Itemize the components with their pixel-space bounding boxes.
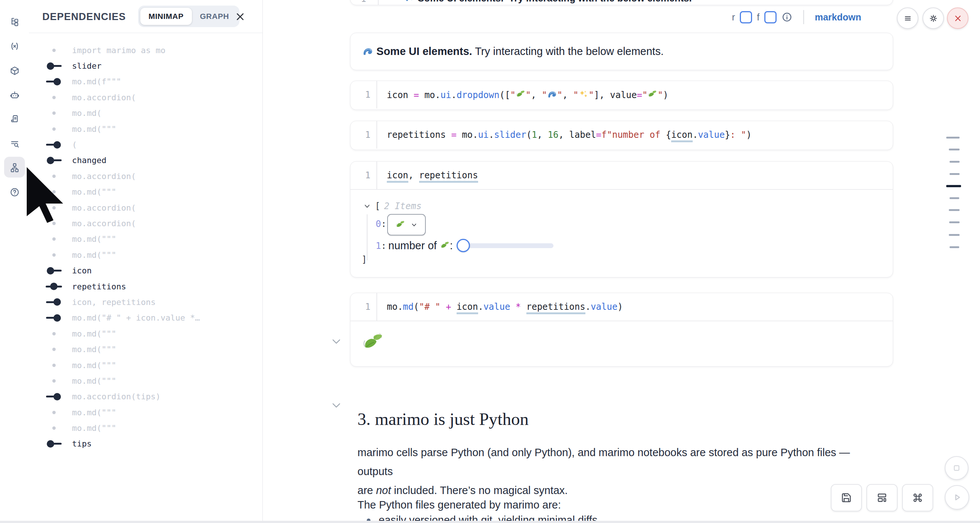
wave-icon	[405, 0, 415, 3]
scroll-map-line[interactable]	[950, 161, 959, 163]
minimap-item[interactable]: mo.accordion(	[29, 168, 262, 184]
scroll-map-line[interactable]	[949, 209, 959, 211]
scroll-map-line[interactable]	[946, 137, 959, 139]
reactive-checkbox[interactable]	[740, 11, 752, 23]
rail-variables-button[interactable]	[4, 36, 25, 56]
minimap-item[interactable]: (	[29, 137, 262, 152]
scroll-map-line[interactable]	[950, 173, 959, 175]
shutdown-button[interactable]	[947, 8, 969, 29]
cell-node-icon	[39, 128, 68, 131]
collapse-list-icon[interactable]	[363, 202, 371, 210]
markdown-mode-button[interactable]: markdown	[815, 12, 861, 23]
markdown-output: Some UI elements. Try interacting with t…	[350, 33, 893, 70]
minimap-item-label: mo.md("""	[72, 345, 116, 354]
clipped-top-cell[interactable]: 1 Some UI elements. Try interacting with…	[350, 0, 893, 5]
minimap-item[interactable]: mo.md(f"""	[29, 74, 262, 89]
settings-button[interactable]	[923, 8, 944, 29]
cell-node-icon	[39, 49, 68, 52]
rail-package-button[interactable]	[4, 60, 25, 81]
stop-button[interactable]	[945, 456, 969, 480]
code-editor[interactable]: icon = mo.ui.dropdown(["", "", ""], valu…	[377, 89, 668, 100]
minimap-item[interactable]: icon	[29, 263, 262, 278]
minimap-item-label: icon, repetitions	[72, 298, 156, 307]
minimap-item[interactable]: changed	[29, 153, 262, 168]
minimap-item[interactable]: mo.md("""	[29, 341, 262, 357]
minimap-item[interactable]: mo.md("""	[29, 184, 262, 200]
file-tree-icon	[10, 17, 20, 27]
tab-graph[interactable]: GRAPH	[192, 8, 237, 25]
minimap-item[interactable]: import marimo as mo	[29, 42, 262, 58]
cell-node-icon	[39, 332, 68, 335]
heading-output	[350, 321, 893, 366]
info-icon[interactable]	[781, 11, 792, 23]
close-icon	[953, 13, 963, 23]
rail-bot-button[interactable]	[4, 85, 25, 105]
minimap-item[interactable]: mo.md("""	[29, 373, 262, 389]
minimap-item-label: slider	[72, 61, 101, 70]
minimap-item[interactable]: mo.md("# " + icon.value *…	[29, 310, 262, 326]
cell-node-icon	[39, 96, 68, 99]
rail-script-button[interactable]	[4, 108, 25, 129]
dependency-graph-icon	[10, 162, 20, 172]
code-cell-tuple: 1 icon, repetitions [ 2 Items 0: 1: numb…	[350, 161, 893, 277]
minimap-item[interactable]: mo.accordion(tips)	[29, 389, 262, 405]
code-editor[interactable]: mo.md("# " + icon.value * repetitions.va…	[377, 301, 623, 312]
cell-node-icon	[39, 206, 68, 209]
format-checkbox[interactable]	[764, 11, 776, 23]
cell-node-icon	[39, 364, 68, 367]
slider-track[interactable]	[457, 243, 554, 248]
menu-button[interactable]	[897, 8, 918, 29]
minimap-item-label: mo.md("# " + icon.value *…	[72, 313, 200, 322]
minimap-item[interactable]: mo.md("""	[29, 405, 262, 420]
minimap-item[interactable]: repetitions	[29, 279, 262, 294]
reactive-toggle-label: r	[732, 12, 735, 23]
scroll-map-line[interactable]	[950, 197, 959, 199]
gutter-divider	[378, 0, 379, 5]
code-editor[interactable]: repetitions = mo.ui.slider(1, 16, label=…	[377, 130, 752, 140]
slider-knob[interactable]	[457, 239, 470, 252]
minimap-item[interactable]: mo.accordion(	[29, 89, 262, 105]
run-button[interactable]	[945, 485, 969, 510]
markdown-cell[interactable]: Some UI elements. Try interacting with t…	[350, 33, 893, 70]
minimap-item[interactable]: mo.md("""	[29, 247, 262, 263]
section-paragraph: marimo cells parse Python (and only Pyth…	[358, 443, 885, 500]
rail-help-button[interactable]	[4, 182, 25, 203]
scroll-map-line[interactable]	[949, 148, 959, 150]
scroll-map-line[interactable]	[950, 246, 959, 248]
minimap-item[interactable]: icon, repetitions	[29, 294, 262, 310]
layout-button[interactable]	[866, 484, 897, 512]
minimap-item[interactable]: mo.md("""	[29, 357, 262, 373]
scroll-map-line[interactable]	[949, 222, 959, 223]
play-icon	[951, 491, 963, 503]
minimap-item[interactable]: mo.md(	[29, 105, 262, 121]
command-palette-button[interactable]	[902, 484, 933, 512]
package-icon	[10, 66, 20, 76]
icon-dropdown[interactable]	[387, 214, 426, 236]
minimap-item[interactable]: mo.accordion(	[29, 200, 262, 215]
minimap-item[interactable]: tips	[29, 436, 262, 452]
panel-close-button[interactable]	[234, 10, 247, 23]
scroll-map-line-active[interactable]	[946, 185, 961, 187]
rail-search-list-button[interactable]	[4, 133, 25, 154]
scroll-map-line[interactable]	[949, 234, 959, 236]
cell-node-icon	[39, 222, 68, 225]
minimap-item[interactable]: slider	[29, 58, 262, 73]
activity-rail	[0, 0, 29, 523]
minimap-item-label: icon	[72, 266, 92, 275]
minimap-item[interactable]: mo.accordion(	[29, 215, 262, 231]
minimap-item[interactable]: mo.md("""	[29, 420, 262, 436]
rail-file-tree-button[interactable]	[4, 11, 25, 32]
collapse-cell-icon[interactable]	[332, 339, 341, 345]
minimap-item[interactable]: mo.md("""	[29, 326, 262, 341]
code-editor[interactable]: icon, repetitions	[377, 170, 478, 180]
minimap-item-label: mo.accordion(tips)	[72, 392, 161, 401]
tab-minimap[interactable]: MINIMAP	[140, 8, 192, 25]
leaf-icon	[395, 220, 406, 230]
minimap-item[interactable]: mo.md("""	[29, 121, 262, 137]
collapse-section-icon[interactable]	[332, 403, 341, 408]
minimap-item-label: mo.md("""	[72, 250, 116, 260]
rail-dependency-graph-button[interactable]	[4, 157, 25, 177]
save-button[interactable]	[831, 484, 862, 512]
cell-node-icon	[39, 379, 68, 383]
minimap-item[interactable]: mo.md("""	[29, 231, 262, 247]
